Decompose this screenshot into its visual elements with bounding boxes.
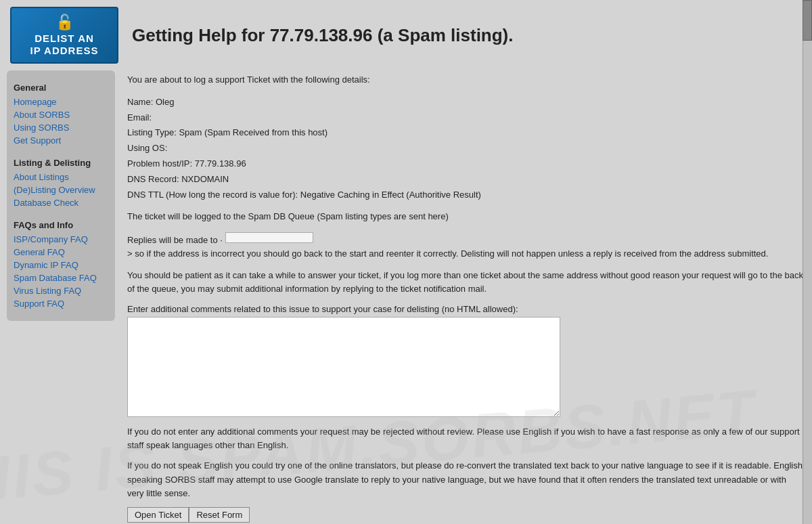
content-area: General Homepage About SORBS Using SORBS…: [0, 70, 812, 524]
name-label: Name:: [127, 97, 153, 107]
dns-ttl-value: Negative Caching in Effect (Authoritive …: [300, 190, 481, 200]
email-label: Email:: [127, 112, 152, 123]
sidebar-item-about-listings[interactable]: About Listings: [14, 172, 108, 182]
open-ticket-button[interactable]: Open Ticket: [127, 507, 189, 523]
sidebar-item-spam-db-faq[interactable]: Spam Database FAQ: [14, 273, 108, 283]
scrollbar-thumb[interactable]: [803, 0, 812, 41]
listing-type-detail: Listing Type: Spam (Spam Received from t…: [127, 126, 805, 140]
queue-notice: The ticket will be logged to the Spam DB…: [127, 210, 805, 223]
sidebar-item-support-faq[interactable]: Support FAQ: [14, 299, 108, 309]
button-row: Open Ticket Reset Form: [127, 507, 805, 523]
scrollbar[interactable]: [803, 0, 812, 524]
ticket-details: Name: Oleg Email: Listing Type: Spam (Sp…: [127, 95, 805, 202]
patience-notice: You should be patient as it can take a w…: [127, 269, 805, 296]
sidebar-item-general-faq[interactable]: General FAQ: [14, 247, 108, 257]
dns-record-detail: DNS Record: NXDOMAIN: [127, 173, 805, 187]
logo: 🔓 DELIST AN IP ADDRESS: [10, 7, 118, 64]
translator-notice: If you do not speak English you could tr…: [127, 459, 805, 500]
sidebar-item-delisting-overview[interactable]: (De)Listing Overview: [14, 185, 108, 195]
name-value: Oleg: [156, 97, 174, 107]
sidebar-item-virus-faq[interactable]: Virus Listing FAQ: [14, 286, 108, 296]
os-label: Using OS:: [127, 143, 167, 153]
header: 🔓 DELIST AN IP ADDRESS Getting Help for …: [0, 0, 812, 70]
english-warning: If you do not enter any additional comme…: [127, 425, 805, 452]
sidebar-listing-heading: Listing & Delisting: [14, 158, 108, 168]
dns-record-value: NXDOMAIN: [181, 174, 229, 184]
email-detail: Email:: [127, 111, 805, 125]
sidebar-general-heading: General: [14, 83, 108, 93]
sidebar-item-dynamic-ip-faq[interactable]: Dynamic IP FAQ: [14, 260, 108, 270]
sidebar-item-isp-faq[interactable]: ISP/Company FAQ: [14, 234, 108, 244]
name-detail: Name: Oleg: [127, 95, 805, 110]
reply-email-box: [225, 232, 313, 243]
dns-ttl-detail: DNS TTL (How long the record is value fo…: [127, 188, 805, 202]
comments-textarea[interactable]: [127, 317, 560, 417]
lock-icon: 🔓: [55, 14, 74, 31]
reset-form-button[interactable]: Reset Form: [189, 507, 250, 523]
sidebar-item-using-sorbs[interactable]: Using SORBS: [14, 123, 108, 133]
dns-record-label: DNS Record:: [127, 174, 179, 184]
sidebar: General Homepage About SORBS Using SORBS…: [7, 70, 115, 321]
problem-host-value: 77.79.138.96: [195, 158, 246, 169]
logo-line1: DELIST AN: [35, 32, 94, 45]
reply-notice: Replies will be made to · > so if the ad…: [127, 232, 805, 261]
main-content: You are about to log a support Ticket wi…: [127, 70, 805, 524]
logo-line2: IP ADDRESS: [30, 45, 99, 57]
sidebar-faq-heading: FAQs and Info: [14, 220, 108, 230]
problem-host-detail: Problem host/IP: 77.79.138.96: [127, 157, 805, 171]
sidebar-item-homepage[interactable]: Homepage: [14, 97, 108, 107]
sidebar-item-about-sorbs[interactable]: About SORBS: [14, 110, 108, 120]
os-detail: Using OS:: [127, 141, 805, 156]
intro-text: You are about to log a support Ticket wi…: [127, 73, 805, 87]
listing-type-value: Spam (Spam Received from this host): [179, 127, 328, 137]
listing-type-label: Listing Type:: [127, 127, 177, 137]
reply-before: Replies will be made to ·: [127, 234, 223, 247]
reply-after: > so if the address is incorrect you sho…: [127, 247, 768, 261]
problem-host-label: Problem host/IP:: [127, 158, 192, 169]
sidebar-item-database-check[interactable]: Database Check: [14, 198, 108, 208]
intro-para: You are about to log a support Ticket wi…: [127, 73, 805, 87]
dns-ttl-label: DNS TTL (How long the record is value fo…: [127, 190, 298, 200]
comments-label: Enter additional comments related to thi…: [127, 304, 805, 314]
page-title: Getting Help for 77.79.138.96 (a Spam li…: [132, 25, 514, 46]
sidebar-item-get-support[interactable]: Get Support: [14, 135, 108, 146]
